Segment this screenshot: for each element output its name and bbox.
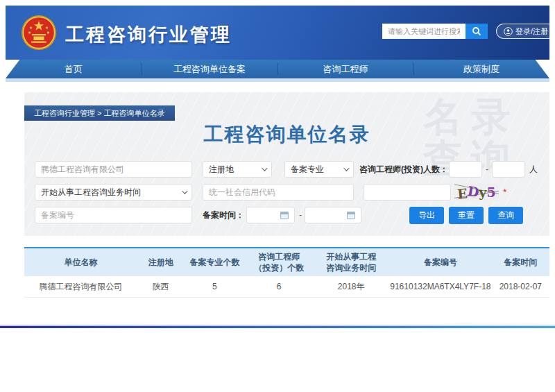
login-register-label: 登录/注册 bbox=[515, 26, 548, 37]
credit-code-input[interactable] bbox=[203, 184, 354, 201]
export-button[interactable]: 导出 bbox=[409, 207, 444, 224]
captcha-input[interactable] bbox=[364, 184, 451, 201]
col-header-engineer-count: 咨询工程师 （投资）个数 bbox=[245, 248, 313, 276]
national-emblem-icon bbox=[21, 15, 57, 51]
specialty-select-value: 备案专业 bbox=[291, 164, 324, 176]
cell-unit-name: 腾德工程咨询有限公司 bbox=[24, 276, 137, 297]
query-button[interactable]: 查询 bbox=[488, 207, 523, 224]
content-panel: 名录 查询 工程咨询行业管理 > 工程咨询单位名录 工程咨询单位名录 注册地 备… bbox=[24, 92, 549, 236]
engineer-count-min-input[interactable] bbox=[449, 161, 482, 178]
chevron-down-icon bbox=[182, 188, 187, 194]
search-icon bbox=[472, 26, 481, 36]
results-table: 单位名称 注册地 备案专业个数 咨询工程师 （投资）个数 开始从事工程 咨询业务… bbox=[24, 247, 549, 298]
cell-start-time: 2018年 bbox=[313, 276, 389, 297]
start-time-select[interactable]: 开始从事工程咨询业务时间 bbox=[35, 184, 192, 201]
nav-bottom-strip bbox=[6, 78, 549, 82]
engineer-count-unit: 人 bbox=[529, 161, 538, 178]
page: 工程咨询行业管理 登录/注册 首页 工程咨询单位备案 咨询工程师 政策制度 bbox=[0, 0, 555, 392]
col-header-record-number: 备案编号 bbox=[389, 248, 492, 276]
captcha-required-mark: * bbox=[503, 183, 506, 201]
search-input[interactable] bbox=[382, 24, 466, 39]
record-time-separator: - bbox=[299, 207, 302, 224]
calendar-icon bbox=[280, 212, 289, 219]
table-row: 腾德工程咨询有限公司 陕西 5 6 2018年 91610132MA6TX4LY… bbox=[24, 276, 549, 298]
record-time-label: 备案时间： bbox=[203, 207, 244, 224]
record-number-input[interactable] bbox=[35, 207, 192, 223]
nav-item-home[interactable]: 首页 bbox=[6, 60, 142, 78]
company-name-input[interactable] bbox=[35, 161, 192, 178]
header-banner: 工程咨询行业管理 登录/注册 bbox=[6, 6, 549, 60]
cell-record-number: 91610132MA6TX4LY7F-18 bbox=[389, 276, 492, 297]
region-select-value: 注册地 bbox=[209, 164, 234, 176]
calendar-icon bbox=[347, 212, 355, 219]
breadcrumb[interactable]: 工程咨询行业管理 > 工程咨询单位名录 bbox=[24, 105, 175, 121]
chevron-down-icon bbox=[343, 165, 349, 171]
search-button[interactable] bbox=[466, 24, 488, 39]
engineer-count-separator: - bbox=[486, 161, 488, 178]
col-header-start-time: 开始从事工程 咨询业务时间 bbox=[313, 248, 389, 276]
cell-engineer-count: 6 bbox=[245, 276, 313, 297]
header-search bbox=[382, 24, 488, 39]
main-nav: 首页 工程咨询单位备案 咨询工程师 政策制度 bbox=[6, 60, 549, 78]
user-icon bbox=[504, 27, 513, 36]
engineer-count-max-input[interactable] bbox=[492, 161, 525, 178]
login-register-button[interactable]: 登录/注册 bbox=[496, 24, 555, 39]
col-header-record-time: 备案时间 bbox=[492, 248, 549, 276]
record-time-start-date[interactable] bbox=[246, 207, 295, 223]
cell-region: 陕西 bbox=[137, 276, 185, 297]
chevron-down-icon bbox=[262, 165, 267, 171]
region-select[interactable]: 注册地 bbox=[203, 161, 272, 178]
nav-item-policy[interactable]: 政策制度 bbox=[413, 60, 549, 78]
captcha-image[interactable]: EDy5 bbox=[454, 183, 499, 201]
col-header-unit-name: 单位名称 bbox=[24, 248, 137, 276]
record-time-end-date[interactable] bbox=[305, 207, 361, 223]
reset-button[interactable]: 重置 bbox=[449, 207, 484, 224]
start-time-select-value: 开始从事工程咨询业务时间 bbox=[41, 187, 141, 198]
footer-divider bbox=[0, 326, 555, 328]
cell-record-time: 2018-02-07 bbox=[492, 276, 549, 297]
col-header-region: 注册地 bbox=[137, 248, 185, 276]
page-title: 工程咨询单位名录 bbox=[24, 121, 549, 148]
nav-item-unit-record[interactable]: 工程咨询单位备案 bbox=[142, 60, 278, 78]
table-header-row: 单位名称 注册地 备案专业个数 咨询工程师 （投资）个数 开始从事工程 咨询业务… bbox=[24, 247, 549, 276]
col-header-specialty-count: 备案专业个数 bbox=[185, 248, 245, 276]
site-title: 工程咨询行业管理 bbox=[65, 22, 232, 47]
specialty-select[interactable]: 备案专业 bbox=[284, 161, 354, 178]
nav-item-consulting-engineer[interactable]: 咨询工程师 bbox=[278, 60, 413, 78]
cell-specialty-count: 5 bbox=[185, 276, 245, 297]
engineer-count-label: 咨询工程师(投资)人数： bbox=[359, 161, 448, 178]
